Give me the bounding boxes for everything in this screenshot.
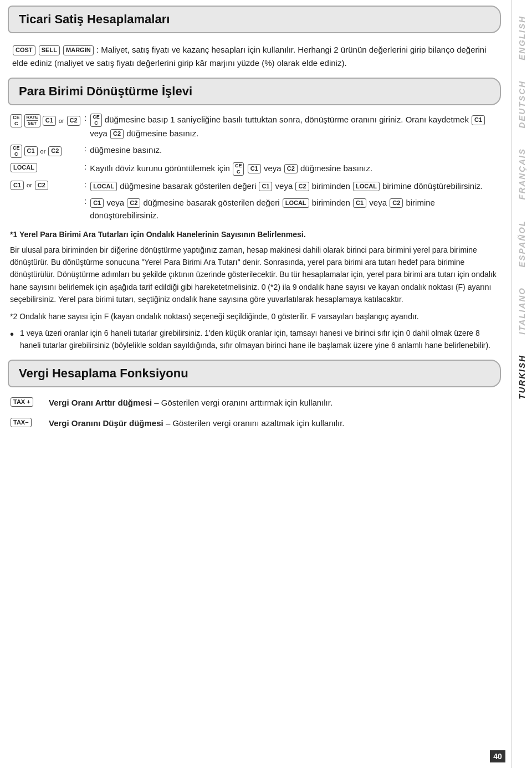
c1-key-inline: C1 [472,115,485,125]
lang-italiano: ITALIANO [517,287,526,335]
conv-row-1: CEC RATESET C1 or C2 : CEC düğmesine bas… [10,113,499,140]
local-key-5: LOCAL [283,198,309,208]
tax-key-col-2: TAX− [10,417,49,427]
c1-key-5i: C1 [353,198,366,208]
ce-c-key-inline: CEC [90,114,102,127]
section1-intro: COST SELL MARGIN : Maliyet, satış fiyatı… [8,41,501,78]
c2-key-3: C2 [284,164,298,173]
rate-set-key: RATESET [24,114,40,127]
ce-c-key-2: CEC [11,145,22,158]
footnote-1: *1 Yerel Para Birimi Ara Tutarları için … [8,228,501,305]
c1-key-5: C1 [90,198,104,208]
conv-keys-3: LOCAL [10,162,82,172]
colon-1: : [84,113,86,122]
c1-key-3: C1 [248,164,261,173]
c1-key-4: C1 [11,181,24,190]
conv-desc-2: düğmesine basınız. [90,144,499,156]
c1-key-1: C1 [43,116,56,125]
lang-espanol: ESPAÑOL [517,220,526,267]
tax-desc-2: Vergi Oranını Düşür düğmesi – Gösterilen… [49,417,499,429]
tax-plus-key: TAX + [11,397,33,407]
local-key-4i: LOCAL [353,182,380,191]
tax-row-1: TAX + Vergi Oranı Arttır düğmesi – Göste… [10,395,499,410]
conv-keys-4: C1 or C2 [10,180,82,190]
tax-desc-1: Vergi Oranı Arttır düğmesi – Gösterilen … [49,396,499,409]
bullet-text: 1 veya üzeri oranlar için 6 haneli tutar… [20,327,499,352]
page-number: 40 [490,750,505,762]
cost-key: COST [13,45,35,55]
section1-title: Ticari Satiş Hesaplamaları [19,12,170,27]
or-text-4: or [27,182,32,188]
footnote-2-text: *2 Ondalık hane sayısı için F (kayan ond… [10,310,499,322]
c1-key-4i: C1 [259,182,272,191]
lang-francais: FRANÇAIS [517,148,526,200]
section2-content: CEC RATESET C1 or C2 : CEC düğmesine bas… [8,113,501,222]
ce-c-key-1: CEC [11,114,22,127]
c2-key-4: C2 [35,181,48,190]
margin-key: MARGIN [63,45,94,55]
lang-turkish: TURKISH [517,355,526,400]
section1-intro-text: COST SELL MARGIN : Maliyet, satış fiyatı… [12,43,497,70]
tax-plus-label: Vergi Oranı Arttır düğmesi [49,398,152,407]
c2-key-5i: C2 [390,198,403,208]
page-wrapper: Ticari Satiş Hesaplamaları COST SELL MAR… [0,0,532,768]
conv-desc-1: CEC düğmesine basıp 1 saniyeliğine basıl… [90,113,499,140]
section2-header: Para Birimi Dönüştürme İşlevi [8,78,501,105]
conv-row-3: LOCAL : Kayıtlı döviz kurunu görüntüleme… [10,162,499,176]
c2-key-inline: C2 [110,129,124,139]
section3-title: Vergi Hesaplama Fonksiyonu [19,366,188,381]
colon-3: : [84,162,86,171]
lang-deutsch: DEUTSCH [517,80,526,129]
section1-header: Ticari Satiş Hesaplamaları [8,6,501,33]
section2-title: Para Birimi Dönüştürme İşlevi [19,84,192,99]
conv-keys-5 [10,196,82,197]
footnote-2: *2 Ondalık hane sayısı için F (kayan ond… [8,310,501,322]
tax-minus-key: TAX− [11,418,32,427]
c2-key-5: C2 [127,198,140,208]
local-key-inline: LOCAL [90,182,117,191]
conv-desc-3: Kayıtlı döviz kurunu görüntülemek için C… [90,162,499,176]
colon-5: : [84,196,86,206]
ce-c-key-3: CEC [233,162,244,176]
bullet-dot: • [10,327,20,341]
bullet-item: • 1 veya üzeri oranlar için 6 haneli tut… [8,327,501,352]
section3-content: TAX + Vergi Oranı Arttır düğmesi – Göste… [8,395,501,431]
tax-row-2: TAX− Vergi Oranını Düşür düğmesi – Göste… [10,416,499,431]
conv-desc-5: C1 veya C2 düğmesine basarak gösterilen … [90,196,499,222]
or-text-1: or [59,117,64,124]
conv-row-5: : C1 veya C2 düğmesine basarak gösterile… [10,196,499,222]
local-key-1: LOCAL [11,163,37,172]
lang-english: ENGLISH [517,16,526,60]
or-text-2: or [40,148,46,155]
sell-key: SELL [39,45,60,55]
tax-key-col-1: TAX + [10,396,49,407]
conv-row-2: CEC C1 or C2 : düğmesine basınız. [10,144,499,158]
colon-2: : [84,144,86,153]
c2-key-2: C2 [48,146,62,156]
conv-keys-1: CEC RATESET C1 or C2 [10,113,82,127]
side-language-bar: ENGLISH DEUTSCH FRANÇAIS ESPAÑOL ITALIAN… [511,0,532,768]
conv-keys-2: CEC C1 or C2 [10,144,82,158]
section3-header: Vergi Hesaplama Fonksiyonu [8,360,501,387]
main-content: Ticari Satiş Hesaplamaları COST SELL MAR… [0,0,511,768]
colon-4: : [84,180,86,189]
footnote-1-title: *1 Yerel Para Birimi Ara Tutarları için … [10,228,499,240]
c2-key-4i: C2 [295,182,309,191]
tax-minus-label: Vergi Oranını Düşür düğmesi [49,418,163,428]
conv-row-4: C1 or C2 : LOCAL düğmesine basarak göste… [10,180,499,192]
c2-key-1: C2 [67,116,80,125]
footnote-1-body: Bir ulusal para biriminden bir diğerine … [10,244,499,306]
c1-key-2: C1 [24,146,38,156]
conv-desc-4: LOCAL düğmesine basarak gösterilen değer… [90,180,499,192]
